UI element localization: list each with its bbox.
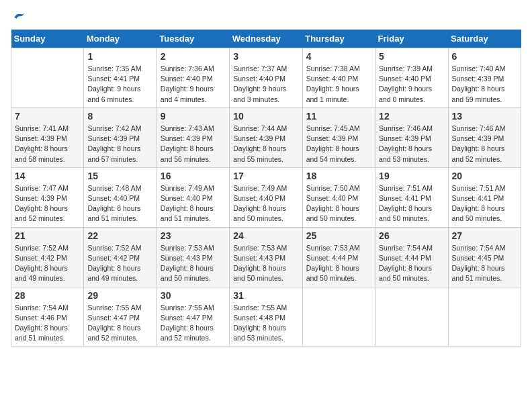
calendar-cell: 31Sunrise: 7:55 AM Sunset: 4:48 PM Dayli… [230,287,302,347]
week-row-2: 14Sunrise: 7:47 AM Sunset: 4:39 PM Dayli… [11,167,521,227]
day-info: Sunrise: 7:52 AM Sunset: 4:42 PM Dayligh… [15,243,80,284]
day-number: 16 [161,171,226,181]
calendar-cell: 14Sunrise: 7:47 AM Sunset: 4:39 PM Dayli… [11,167,84,227]
calendar-cell: 28Sunrise: 7:54 AM Sunset: 4:46 PM Dayli… [11,287,84,347]
day-info: Sunrise: 7:40 AM Sunset: 4:39 PM Dayligh… [452,64,517,105]
day-number: 14 [15,171,80,181]
day-info: Sunrise: 7:43 AM Sunset: 4:39 PM Dayligh… [161,124,226,165]
calendar-cell: 27Sunrise: 7:54 AM Sunset: 4:45 PM Dayli… [448,227,521,287]
day-number: 12 [379,111,444,122]
header-tuesday: Tuesday [157,30,229,48]
day-info: Sunrise: 7:48 AM Sunset: 4:40 PM Dayligh… [87,183,152,224]
day-number: 26 [379,230,444,241]
day-info: Sunrise: 7:44 AM Sunset: 4:39 PM Dayligh… [233,124,298,165]
header-friday: Friday [375,30,448,48]
logo-bird-icon [12,11,26,24]
calendar-cell: 7Sunrise: 7:41 AM Sunset: 4:39 PM Daylig… [11,107,84,167]
day-info: Sunrise: 7:51 AM Sunset: 4:41 PM Dayligh… [379,183,444,224]
day-number: 19 [379,171,444,181]
day-info: Sunrise: 7:47 AM Sunset: 4:39 PM Dayligh… [15,183,80,224]
day-number: 1 [87,51,152,62]
logo [11,11,26,21]
day-info: Sunrise: 7:50 AM Sunset: 4:40 PM Dayligh… [306,183,371,224]
calendar-cell [375,287,448,347]
week-row-4: 28Sunrise: 7:54 AM Sunset: 4:46 PM Dayli… [11,287,521,347]
week-row-0: 1Sunrise: 7:35 AM Sunset: 4:41 PM Daylig… [11,48,521,108]
header-monday: Monday [84,30,157,48]
day-info: Sunrise: 7:53 AM Sunset: 4:43 PM Dayligh… [161,243,226,284]
day-number: 20 [452,171,517,181]
day-number: 3 [233,51,298,62]
calendar-cell: 17Sunrise: 7:49 AM Sunset: 4:40 PM Dayli… [230,167,302,227]
day-number: 30 [161,290,226,301]
week-row-3: 21Sunrise: 7:52 AM Sunset: 4:42 PM Dayli… [11,227,521,287]
day-info: Sunrise: 7:55 AM Sunset: 4:47 PM Dayligh… [161,303,226,344]
day-number: 7 [15,111,80,122]
day-info: Sunrise: 7:49 AM Sunset: 4:40 PM Dayligh… [233,183,298,224]
calendar-cell: 25Sunrise: 7:53 AM Sunset: 4:44 PM Dayli… [302,227,375,287]
day-number: 22 [87,230,152,241]
calendar-cell [302,287,375,347]
calendar-cell: 23Sunrise: 7:53 AM Sunset: 4:43 PM Dayli… [157,227,229,287]
day-number: 13 [452,111,517,122]
day-info: Sunrise: 7:35 AM Sunset: 4:41 PM Dayligh… [87,64,152,105]
calendar-cell: 20Sunrise: 7:51 AM Sunset: 4:41 PM Dayli… [448,167,521,227]
page-header [11,11,521,21]
day-info: Sunrise: 7:36 AM Sunset: 4:40 PM Dayligh… [161,64,226,105]
calendar-cell: 11Sunrise: 7:45 AM Sunset: 4:39 PM Dayli… [302,107,375,167]
calendar-cell: 26Sunrise: 7:54 AM Sunset: 4:44 PM Dayli… [375,227,448,287]
day-number: 17 [233,171,298,181]
calendar-cell: 29Sunrise: 7:55 AM Sunset: 4:47 PM Dayli… [84,287,157,347]
calendar-cell: 13Sunrise: 7:46 AM Sunset: 4:39 PM Dayli… [448,107,521,167]
day-info: Sunrise: 7:38 AM Sunset: 4:40 PM Dayligh… [306,64,371,105]
calendar-cell: 18Sunrise: 7:50 AM Sunset: 4:40 PM Dayli… [302,167,375,227]
calendar-cell: 16Sunrise: 7:49 AM Sunset: 4:40 PM Dayli… [157,167,229,227]
day-number: 11 [306,111,371,122]
week-row-1: 7Sunrise: 7:41 AM Sunset: 4:39 PM Daylig… [11,107,521,167]
day-number: 10 [233,111,298,122]
day-number: 6 [452,51,517,62]
calendar-cell: 22Sunrise: 7:52 AM Sunset: 4:42 PM Dayli… [84,227,157,287]
day-number: 24 [233,230,298,241]
day-info: Sunrise: 7:46 AM Sunset: 4:39 PM Dayligh… [452,124,517,165]
day-info: Sunrise: 7:52 AM Sunset: 4:42 PM Dayligh… [87,243,152,284]
day-number: 23 [161,230,226,241]
day-info: Sunrise: 7:54 AM Sunset: 4:46 PM Dayligh… [15,303,80,344]
calendar-cell: 8Sunrise: 7:42 AM Sunset: 4:39 PM Daylig… [84,107,157,167]
day-number: 31 [233,290,298,301]
calendar-table: SundayMondayTuesdayWednesdayThursdayFrid… [11,30,521,347]
day-info: Sunrise: 7:46 AM Sunset: 4:39 PM Dayligh… [379,124,444,165]
day-info: Sunrise: 7:55 AM Sunset: 4:47 PM Dayligh… [87,303,152,344]
calendar-cell [11,48,84,108]
day-info: Sunrise: 7:41 AM Sunset: 4:39 PM Dayligh… [15,124,80,165]
calendar-cell [448,287,521,347]
day-number: 2 [161,51,226,62]
calendar-cell: 30Sunrise: 7:55 AM Sunset: 4:47 PM Dayli… [157,287,229,347]
calendar-cell: 4Sunrise: 7:38 AM Sunset: 4:40 PM Daylig… [302,48,375,108]
day-info: Sunrise: 7:54 AM Sunset: 4:45 PM Dayligh… [452,243,517,284]
header-saturday: Saturday [448,30,521,48]
calendar-header-row: SundayMondayTuesdayWednesdayThursdayFrid… [11,30,521,48]
day-info: Sunrise: 7:45 AM Sunset: 4:39 PM Dayligh… [306,124,371,165]
day-info: Sunrise: 7:49 AM Sunset: 4:40 PM Dayligh… [161,183,226,224]
calendar-cell: 3Sunrise: 7:37 AM Sunset: 4:40 PM Daylig… [230,48,302,108]
day-number: 27 [452,230,517,241]
calendar-cell: 6Sunrise: 7:40 AM Sunset: 4:39 PM Daylig… [448,48,521,108]
day-info: Sunrise: 7:39 AM Sunset: 4:40 PM Dayligh… [379,64,444,105]
header-sunday: Sunday [11,30,84,48]
day-info: Sunrise: 7:53 AM Sunset: 4:44 PM Dayligh… [306,243,371,284]
day-number: 21 [15,230,80,241]
day-number: 18 [306,171,371,181]
calendar-cell: 19Sunrise: 7:51 AM Sunset: 4:41 PM Dayli… [375,167,448,227]
day-number: 29 [87,290,152,301]
calendar-cell: 1Sunrise: 7:35 AM Sunset: 4:41 PM Daylig… [84,48,157,108]
calendar-cell: 5Sunrise: 7:39 AM Sunset: 4:40 PM Daylig… [375,48,448,108]
day-number: 8 [87,111,152,122]
calendar-cell: 9Sunrise: 7:43 AM Sunset: 4:39 PM Daylig… [157,107,229,167]
calendar-cell: 15Sunrise: 7:48 AM Sunset: 4:40 PM Dayli… [84,167,157,227]
day-info: Sunrise: 7:37 AM Sunset: 4:40 PM Dayligh… [233,64,298,105]
day-info: Sunrise: 7:51 AM Sunset: 4:41 PM Dayligh… [452,183,517,224]
day-number: 4 [306,51,371,62]
calendar-cell: 10Sunrise: 7:44 AM Sunset: 4:39 PM Dayli… [230,107,302,167]
day-info: Sunrise: 7:42 AM Sunset: 4:39 PM Dayligh… [87,124,152,165]
